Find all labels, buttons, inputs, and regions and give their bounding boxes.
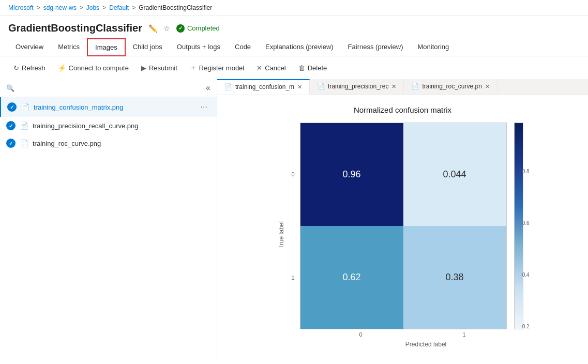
star-icon[interactable]: ☆ bbox=[162, 23, 171, 34]
colorbar-tick-06: 0.6 bbox=[511, 220, 530, 226]
register-model-button[interactable]: ＋ Register model bbox=[185, 60, 249, 75]
matrix-and-ticks: 0 1 0.96 0.044 bbox=[291, 123, 529, 329]
tab-file-icon-precision: 📄 bbox=[317, 83, 325, 90]
image-tab-precision[interactable]: 📄 training_precision_rec ✕ bbox=[310, 79, 404, 95]
file-check-precision bbox=[6, 121, 16, 130]
tab-explanations[interactable]: Explanations (preview) bbox=[258, 39, 341, 56]
colorbar-tick-02: 0.2 bbox=[511, 324, 530, 329]
register-model-label: Register model bbox=[199, 64, 244, 72]
x-tick-0: 0 bbox=[359, 331, 362, 338]
file-check-confusion bbox=[7, 102, 17, 112]
breadcrumb: Microsoft > sdg-new-ws > Jobs > Default … bbox=[0, 0, 588, 16]
tab-images[interactable]: Images bbox=[87, 38, 126, 56]
colorbar-tick-08: 0.8 bbox=[511, 169, 530, 174]
tab-fairness[interactable]: Fairness (preview) bbox=[341, 39, 411, 56]
cell-10: 0.62 bbox=[300, 226, 403, 329]
breadcrumb-jobs[interactable]: Jobs bbox=[86, 4, 99, 11]
tab-outputs-logs[interactable]: Outputs + logs bbox=[170, 39, 228, 56]
image-tab-confusion[interactable]: 📄 training_confusion_m ✕ bbox=[217, 79, 310, 95]
image-tab-close-precision[interactable]: ✕ bbox=[391, 83, 396, 90]
cell-11: 0.38 bbox=[403, 226, 506, 329]
tabs-nav: Overview Metrics Images Child jobs Outpu… bbox=[0, 34, 588, 56]
y-tick-1: 1 bbox=[291, 275, 294, 281]
x-tick-1: 1 bbox=[462, 331, 465, 338]
cancel-icon: ✕ bbox=[257, 64, 262, 72]
delete-button[interactable]: 🗑 Delete bbox=[293, 62, 333, 74]
add-icon: ＋ bbox=[190, 63, 197, 72]
refresh-label: Refresh bbox=[22, 64, 46, 72]
breadcrumb-default[interactable]: Default bbox=[109, 4, 129, 11]
image-tab-label-roc: training_roc_curve.pn bbox=[422, 83, 481, 90]
tab-overview[interactable]: Overview bbox=[8, 39, 51, 56]
file-icon-confusion: 📄 bbox=[21, 103, 29, 111]
status-badge: Completed bbox=[176, 24, 220, 33]
connect-compute-button[interactable]: ⚡ Connect to compute bbox=[53, 62, 134, 74]
y-ticks: 0 1 bbox=[291, 123, 297, 329]
chart-wrapper: True label 0 1 0.96 bbox=[276, 123, 529, 348]
file-name-confusion[interactable]: training_confusion_matrix.png bbox=[34, 103, 193, 111]
colorbar-ticks: 0.8 0.6 0.4 0.2 bbox=[511, 123, 530, 329]
collapse-panel-button[interactable]: « bbox=[206, 83, 210, 93]
file-item-roc[interactable]: 📄 training_roc_curve.png bbox=[0, 134, 217, 152]
chart-title: Normalized confusion matrix bbox=[354, 105, 451, 114]
tab-metrics[interactable]: Metrics bbox=[51, 39, 87, 56]
file-name-roc[interactable]: training_roc_curve.png bbox=[33, 140, 210, 147]
breadcrumb-workspace[interactable]: sdg-new-ws bbox=[43, 4, 77, 11]
toolbar: ↻ Refresh ⚡ Connect to compute ▶ Resubmi… bbox=[0, 56, 588, 79]
x-ticks-row: 0 1 bbox=[291, 331, 529, 338]
search-input[interactable] bbox=[19, 84, 202, 92]
chart-area: Normalized confusion matrix True label 0… bbox=[217, 95, 588, 360]
file-icon-roc: 📄 bbox=[20, 139, 28, 147]
y-axis-label: True label bbox=[276, 123, 285, 348]
breadcrumb-microsoft[interactable]: Microsoft bbox=[8, 4, 34, 11]
tab-code[interactable]: Code bbox=[228, 39, 258, 56]
header-icons: ✏️ ☆ bbox=[147, 23, 171, 34]
delete-icon: 🗑 bbox=[298, 64, 305, 72]
file-list: 📄 training_confusion_matrix.png ··· 📄 tr… bbox=[0, 97, 217, 152]
refresh-button[interactable]: ↻ Refresh bbox=[8, 62, 51, 74]
refresh-icon: ↻ bbox=[13, 64, 19, 72]
chart-container: Normalized confusion matrix True label 0… bbox=[276, 105, 529, 348]
edit-icon[interactable]: ✏️ bbox=[147, 23, 158, 34]
connect-label: Connect to compute bbox=[69, 64, 129, 72]
status-text: Completed bbox=[187, 24, 220, 32]
tab-file-icon-confusion: 📄 bbox=[224, 83, 232, 90]
cancel-button[interactable]: ✕ Cancel bbox=[251, 62, 291, 74]
connect-icon: ⚡ bbox=[58, 64, 66, 72]
x-axis-label: Predicted label bbox=[323, 341, 530, 348]
file-name-precision[interactable]: training_precision_recall_curve.png bbox=[33, 122, 210, 130]
image-tab-roc[interactable]: 📄 training_roc_curve.pn ✕ bbox=[404, 79, 497, 95]
image-tabs: 📄 training_confusion_m ✕ 📄 training_prec… bbox=[217, 79, 588, 95]
search-bar: 🔍 « bbox=[0, 79, 217, 97]
breadcrumb-current: GradientBoostingClassifier bbox=[139, 4, 212, 11]
file-check-roc bbox=[6, 139, 16, 148]
right-panel: 📄 training_confusion_m ✕ 📄 training_prec… bbox=[217, 79, 588, 360]
file-item-precision[interactable]: 📄 training_precision_recall_curve.png bbox=[0, 117, 217, 134]
file-item-confusion[interactable]: 📄 training_confusion_matrix.png ··· bbox=[0, 97, 217, 117]
tab-monitoring[interactable]: Monitoring bbox=[411, 39, 457, 56]
tab-child-jobs[interactable]: Child jobs bbox=[126, 39, 170, 56]
left-panel: 🔍 « 📄 training_confusion_matrix.png ··· … bbox=[0, 79, 217, 360]
main-content: 🔍 « 📄 training_confusion_matrix.png ··· … bbox=[0, 79, 588, 360]
x-ticks: 0 1 bbox=[309, 331, 516, 338]
chart-body: 0 1 0.96 0.044 bbox=[291, 123, 529, 348]
y-tick-0: 0 bbox=[291, 171, 294, 177]
image-tab-label-confusion: training_confusion_m bbox=[235, 83, 294, 90]
image-tab-close-confusion[interactable]: ✕ bbox=[297, 84, 302, 90]
cell-01: 0.044 bbox=[403, 123, 506, 226]
resubmit-button[interactable]: ▶ Resubmit bbox=[136, 62, 183, 74]
image-tab-label-precision: training_precision_rec bbox=[328, 83, 388, 90]
resubmit-label: Resubmit bbox=[149, 64, 177, 72]
image-tab-close-roc[interactable]: ✕ bbox=[485, 83, 490, 90]
page-title: GradientBoostingClassifier bbox=[8, 22, 142, 34]
cell-00: 0.96 bbox=[300, 123, 403, 226]
search-icon: 🔍 bbox=[6, 84, 14, 92]
file-more-button-confusion[interactable]: ··· bbox=[198, 101, 210, 113]
page-header: GradientBoostingClassifier ✏️ ☆ Complete… bbox=[0, 16, 588, 34]
tab-file-icon-roc: 📄 bbox=[411, 83, 419, 90]
resubmit-icon: ▶ bbox=[141, 64, 146, 72]
colorbar: 0.8 0.6 0.4 0.2 bbox=[514, 123, 530, 329]
delete-label: Delete bbox=[308, 64, 327, 72]
cancel-label: Cancel bbox=[265, 64, 285, 72]
confusion-matrix: 0.96 0.044 0.62 0.38 bbox=[300, 123, 507, 329]
